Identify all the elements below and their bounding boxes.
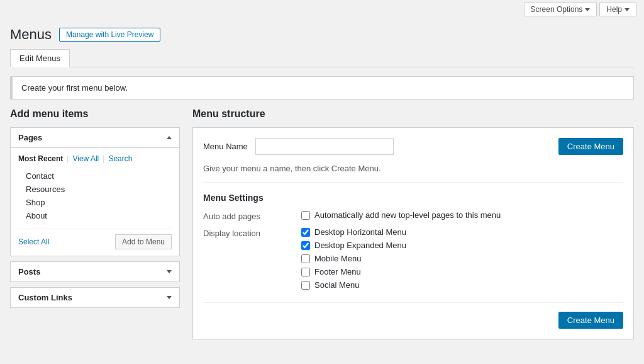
menu-name-row: Menu Name Create Menu [203, 138, 623, 155]
screen-options-label: Screen Options [531, 5, 583, 14]
select-all-link[interactable]: Select All [18, 237, 49, 246]
footer-menu-label: Footer Menu [314, 267, 361, 276]
auto-add-checkbox-label: Automatically add new top-level pages to… [314, 210, 501, 220]
custom-links-accordion-label: Custom Links [18, 293, 72, 302]
main-content: Add menu items Pages Most Recent | View … [10, 108, 634, 339]
auto-add-checkbox[interactable] [301, 211, 310, 220]
list-item: Contact [18, 169, 172, 183]
desktop-horizontal-checkbox[interactable] [301, 228, 310, 237]
custom-links-accordion-header[interactable]: Custom Links [11, 288, 179, 307]
list-item: Shop [18, 196, 172, 209]
tab-view-all[interactable]: View All [72, 154, 99, 163]
menu-name-wrapper: Menu Name Create Menu [203, 138, 623, 155]
auto-add-options: Automatically add new top-level pages to… [301, 210, 501, 220]
menu-name-input[interactable] [255, 138, 394, 155]
display-location-mobile-menu: Mobile Menu [301, 254, 406, 263]
desktop-expanded-label: Desktop Expanded Menu [314, 241, 406, 250]
menu-structure-title: Menu structure [192, 108, 634, 120]
add-to-menu-button[interactable]: Add to Menu [115, 234, 172, 249]
pages-accordion: Pages Most Recent | View All | Search Co… [10, 127, 180, 256]
display-location-row: Display location Desktop Horizontal Menu… [203, 227, 623, 290]
add-menu-items-title: Add menu items [10, 108, 180, 120]
desktop-expanded-checkbox[interactable] [301, 241, 310, 250]
pages-accordion-chevron-icon [167, 136, 172, 139]
tabs-bar: Edit Menus [10, 49, 634, 67]
custom-links-accordion: Custom Links [10, 287, 180, 308]
posts-accordion: Posts [10, 261, 180, 282]
menu-hint: Give your menu a name, then click Create… [203, 164, 623, 183]
display-location-desktop-expanded: Desktop Expanded Menu [301, 241, 406, 250]
screen-options-chevron-icon [585, 8, 590, 11]
mobile-menu-label: Mobile Menu [314, 254, 361, 263]
create-menu-button-bottom[interactable]: Create Menu [558, 312, 623, 329]
notice-text: Create your first menu below. [21, 83, 128, 93]
display-location-label: Display location [203, 227, 291, 238]
page-wrapper: Menus Manage with Live Preview Edit Menu… [0, 19, 644, 350]
help-chevron-icon [625, 8, 630, 11]
auto-add-checkbox-row: Automatically add new top-level pages to… [301, 210, 501, 220]
menu-structure-inner: Menu Name Create Menu Give your menu a n… [192, 127, 634, 339]
auto-add-label: Auto add pages [203, 210, 291, 221]
menu-settings-title: Menu Settings [203, 193, 623, 203]
display-location-desktop-horizontal: Desktop Horizontal Menu [301, 227, 406, 237]
posts-accordion-label: Posts [18, 267, 40, 276]
menu-name-label: Menu Name [203, 142, 248, 151]
auto-add-row: Auto add pages Automatically add new top… [203, 210, 623, 221]
display-location-options: Desktop Horizontal Menu Desktop Expanded… [301, 227, 406, 290]
list-item: Resources [18, 183, 172, 196]
tab-search[interactable]: Search [108, 154, 132, 163]
top-bar: Screen Options Help [0, 0, 644, 19]
pages-accordion-body: Most Recent | View All | Search Contact … [11, 148, 179, 256]
social-menu-checkbox[interactable] [301, 281, 310, 290]
display-location-footer-menu: Footer Menu [301, 267, 406, 276]
posts-accordion-header[interactable]: Posts [11, 262, 179, 282]
footer-menu-checkbox[interactable] [301, 268, 310, 276]
desktop-horizontal-label: Desktop Horizontal Menu [314, 227, 406, 237]
left-panel: Add menu items Pages Most Recent | View … [10, 108, 180, 313]
pages-accordion-label: Pages [18, 133, 42, 142]
pages-tabs: Most Recent | View All | Search [18, 154, 172, 163]
page-title: Menus [10, 26, 52, 43]
help-button[interactable]: Help [599, 3, 636, 16]
pages-accordion-header[interactable]: Pages [11, 128, 179, 148]
social-menu-label: Social Menu [314, 280, 360, 290]
live-preview-button[interactable]: Manage with Live Preview [59, 28, 160, 42]
notice-bar: Create your first menu below. [10, 76, 634, 100]
mobile-menu-checkbox[interactable] [301, 254, 310, 263]
tab-edit-menus[interactable]: Edit Menus [10, 49, 70, 67]
page-list: Contact Resources Shop About [18, 169, 172, 222]
bottom-create-row: Create Menu [203, 302, 623, 329]
list-item: About [18, 209, 172, 222]
screen-options-button[interactable]: Screen Options [524, 3, 597, 16]
custom-links-accordion-chevron-icon [167, 296, 172, 299]
create-menu-button-top[interactable]: Create Menu [558, 138, 623, 155]
page-header: Menus Manage with Live Preview [10, 26, 634, 43]
tab-most-recent[interactable]: Most Recent [18, 154, 63, 163]
posts-accordion-chevron-icon [167, 270, 172, 273]
pages-bottom-actions: Select All Add to Menu [18, 229, 172, 249]
display-location-social-menu: Social Menu [301, 280, 406, 290]
right-panel: Menu structure Menu Name Create Menu Giv… [192, 108, 634, 339]
help-label: Help [606, 5, 622, 14]
